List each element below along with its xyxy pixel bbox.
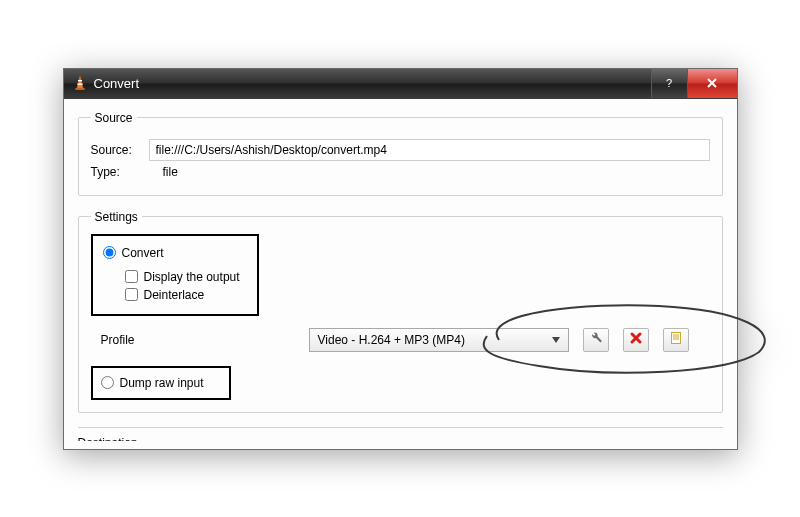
- convert-radio[interactable]: [103, 246, 116, 259]
- titlebar: Convert ?: [64, 69, 737, 99]
- svg-rect-2: [77, 84, 82, 85]
- help-button[interactable]: ?: [651, 69, 687, 98]
- type-label: Type:: [91, 165, 149, 179]
- display-output-label: Display the output: [144, 270, 240, 284]
- new-profile-button[interactable]: [663, 328, 689, 352]
- destination-legend: Destination: [78, 427, 723, 441]
- delete-x-icon: [629, 331, 643, 348]
- profile-label: Profile: [101, 333, 161, 347]
- svg-marker-7: [552, 337, 560, 343]
- dump-raw-radio[interactable]: [101, 376, 114, 389]
- svg-rect-1: [78, 80, 82, 81]
- profile-selected-value: Video - H.264 + MP3 (MP4): [318, 333, 466, 347]
- source-label: Source:: [91, 143, 149, 157]
- convert-options-highlight: Convert Display the output Deinterlace: [91, 234, 259, 316]
- display-output-checkbox[interactable]: [125, 270, 138, 283]
- convert-radio-label: Convert: [122, 246, 164, 260]
- svg-rect-3: [75, 88, 84, 90]
- source-legend: Source: [91, 111, 137, 125]
- settings-group: Settings Convert Display the output Dein…: [78, 210, 723, 413]
- convert-window: Convert ? Source Source: Type: fi: [63, 68, 738, 450]
- svg-marker-0: [77, 76, 83, 88]
- dump-raw-label: Dump raw input: [120, 376, 204, 390]
- dump-raw-highlight: Dump raw input: [91, 366, 231, 400]
- settings-legend: Settings: [91, 210, 142, 224]
- svg-text:?: ?: [666, 77, 672, 89]
- profile-select[interactable]: Video - H.264 + MP3 (MP4): [309, 328, 569, 352]
- wrench-icon: [589, 331, 603, 348]
- profile-row: Profile Video - H.264 + MP3 (MP4): [91, 328, 710, 352]
- vlc-cone-icon: [72, 75, 88, 91]
- close-button[interactable]: [687, 69, 737, 98]
- delete-profile-button[interactable]: [623, 328, 649, 352]
- svg-rect-10: [671, 333, 680, 344]
- client-area: Source Source: Type: file Settings Conve…: [64, 99, 737, 449]
- source-group: Source Source: Type: file: [78, 111, 723, 196]
- new-page-icon: [669, 331, 683, 348]
- type-value: file: [149, 165, 178, 179]
- deinterlace-label: Deinterlace: [144, 288, 205, 302]
- deinterlace-checkbox[interactable]: [125, 288, 138, 301]
- source-path-input[interactable]: [149, 139, 710, 161]
- titlebar-buttons: ?: [651, 69, 737, 98]
- edit-profile-button[interactable]: [583, 328, 609, 352]
- window-title: Convert: [94, 76, 651, 91]
- chevron-down-icon: [548, 337, 564, 343]
